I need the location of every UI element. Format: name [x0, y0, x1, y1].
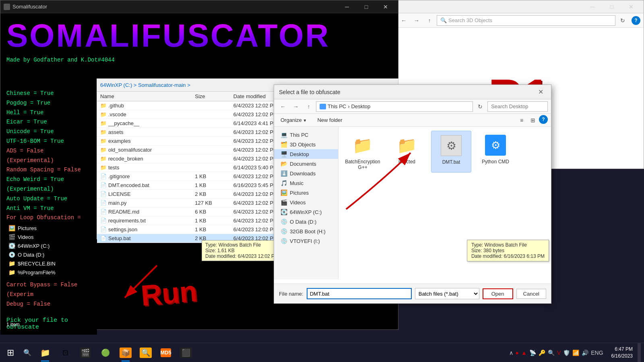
- taskbar-app-task-view[interactable]: ⊡: [56, 343, 75, 362]
- close-button[interactable]: ✕: [376, 0, 395, 13]
- pc-icon: [320, 104, 326, 109]
- new-folder-button[interactable]: New folder: [313, 116, 346, 124]
- config-item: Anti VM = True: [6, 204, 91, 214]
- folder-big-icon: 📁: [395, 133, 419, 157]
- b1-back[interactable]: ←: [398, 15, 409, 26]
- dialog-sidebar-item[interactable]: 📂Documents: [274, 159, 338, 169]
- sidebar-item[interactable]: 🎬Videos: [0, 232, 97, 241]
- sidebar-item[interactable]: 💽64WinXP (C:): [0, 241, 97, 250]
- file-name-cell: 📁.github: [97, 101, 192, 110]
- dialog-sidebar-item[interactable]: 💿32GB Boot (H:): [274, 226, 338, 236]
- start-button[interactable]: ⊞: [0, 343, 21, 362]
- file-name-cell: 📄LICENSE: [97, 190, 192, 199]
- dialog-sidebar-item[interactable]: 💽64WinXP (C:): [274, 207, 338, 217]
- view-list-button[interactable]: ≡: [516, 115, 527, 125]
- taskbar-app-md5[interactable]: MD5: [156, 343, 175, 362]
- config-item: Echo Weird = True (Experimental): [6, 175, 91, 194]
- tray-shield-icon: 🛡️: [563, 350, 570, 356]
- b1-forward[interactable]: →: [411, 15, 422, 26]
- file-name-cell: 📄DMT.encoded.bat: [97, 181, 192, 190]
- cancel-button[interactable]: Cancel: [516, 289, 546, 299]
- b1-refresh[interactable]: ↻: [617, 15, 628, 26]
- md5-icon: MD5: [161, 348, 171, 357]
- dialog-sidebar-item[interactable]: 🎵Music: [274, 178, 338, 188]
- sidebar-item-label: O Data (D:): [18, 252, 44, 258]
- dialog-file-item[interactable]: ⚙ Python CMD: [475, 131, 516, 173]
- file-name-cell: 📄README.md: [97, 208, 192, 216]
- nav-up-button[interactable]: ↑: [303, 101, 314, 112]
- taskbar-app-green[interactable]: 🟢: [96, 343, 115, 362]
- sidebar-item[interactable]: 💿O Data (D:): [0, 250, 97, 259]
- b1-help[interactable]: ?: [632, 16, 640, 25]
- view-buttons: ≡ ⊞ ?: [516, 115, 548, 125]
- dialog-sidebar-item[interactable]: ⬇️Downloads: [274, 169, 338, 178]
- file-size-cell: 1 KB: [192, 181, 230, 190]
- file-size-cell: [192, 101, 230, 110]
- config-item: Pogdog = True: [6, 99, 91, 108]
- filetype-select[interactable]: Batch files (*.bat): [415, 288, 479, 299]
- b1-search-placeholder: Search 3D Objects: [448, 17, 492, 23]
- config-item: Random Spacing = False: [6, 165, 91, 175]
- dialog-file-item[interactable]: ⚙ DMT.bat: [431, 131, 471, 173]
- file-name-cell: 📁assets: [97, 128, 192, 137]
- dialog-footer: File name: Batch files (*.bat) Open Canc…: [274, 284, 551, 303]
- tray-expand[interactable]: ∧: [509, 350, 513, 356]
- sidebar-item-label: Videos: [18, 234, 34, 240]
- view-details-button[interactable]: ⊞: [528, 115, 538, 125]
- sidebar-item[interactable]: 📁%ProgramFile%: [0, 268, 97, 277]
- taskbar-app-terminal[interactable]: ⬛: [176, 343, 196, 362]
- dialog-sidebar-item[interactable]: 🎬Videos: [274, 197, 338, 207]
- search-icon: 🔍: [440, 17, 447, 23]
- config-item: Chinese = True: [6, 89, 91, 99]
- dlg-folder-icon: 💿: [281, 238, 287, 244]
- show-desktop-button[interactable]: [638, 343, 641, 362]
- dialog-sidebar-item[interactable]: 💿VTOYEFI (I:): [274, 236, 338, 246]
- dialog-sidebar-item[interactable]: 🖼️Pictures: [274, 188, 338, 197]
- fm-path: 64WinXP (C:) > Somalifuscator-main >: [100, 82, 190, 88]
- maximize-button[interactable]: □: [357, 0, 376, 13]
- dialog-search-input[interactable]: [487, 101, 548, 112]
- b1-close[interactable]: ✕: [622, 0, 640, 13]
- taskbar-app-video[interactable]: 🎬: [76, 343, 95, 362]
- file-name-cell: 📄main.py: [97, 199, 192, 208]
- sidebar-item[interactable]: 🖼️Pictures: [0, 224, 97, 232]
- file-item-label: infected: [398, 159, 415, 165]
- tray-lang: ENG: [591, 350, 603, 356]
- dlg-folder-icon: 🖼️: [281, 189, 287, 196]
- b1-maximize[interactable]: □: [603, 0, 621, 13]
- tray-icon-2: ▲: [521, 350, 527, 356]
- nav-forward-button[interactable]: →: [290, 101, 301, 112]
- dialog-sidebar-item[interactable]: 💿O Data (D:): [274, 217, 338, 226]
- tooltip-size: Size: 1.61 KB: [205, 248, 279, 253]
- dialog-close-button[interactable]: ✕: [535, 86, 546, 98]
- file-size-cell: [192, 163, 230, 172]
- dlg-sidebar-label: This PC: [290, 132, 308, 138]
- taskbar-app-search2[interactable]: 🔍: [136, 343, 155, 362]
- nav-back-button[interactable]: ←: [277, 101, 289, 112]
- organize-button[interactable]: Organize: [277, 116, 310, 124]
- sidebar-item[interactable]: 📁$RECYCLE.BIN: [0, 259, 97, 268]
- clock[interactable]: 6:47 PM 6/16/2023: [608, 346, 636, 360]
- minimize-button[interactable]: ─: [338, 0, 356, 13]
- filename-input[interactable]: [307, 288, 412, 299]
- dialog-sidebar-item[interactable]: 💻This PC: [274, 130, 338, 140]
- b1-minimize[interactable]: ─: [583, 0, 602, 13]
- taskbar-app-explorer[interactable]: 📁: [35, 343, 55, 362]
- window-title: Somalifuscator: [12, 4, 47, 10]
- file-name-cell: 📁.vscode: [97, 110, 192, 119]
- dlg-folder-icon: 💿: [281, 228, 287, 234]
- dialog-sidebar: 💻This PC🗂️3D Objects🖥️Desktop📂Documents⬇…: [274, 127, 339, 280]
- dlg-folder-icon: 🖥️: [281, 151, 287, 157]
- dialog-sidebar-item[interactable]: 🗂️3D Objects: [274, 140, 338, 149]
- taskbar-search-button[interactable]: 🔍: [21, 343, 34, 362]
- dialog-sidebar-item[interactable]: 🖥️Desktop: [274, 149, 338, 159]
- nav-refresh-button[interactable]: ↻: [475, 101, 486, 112]
- dialog-file-item[interactable]: 📁BatchEncryption G++: [343, 131, 383, 173]
- taskbar-app-orange[interactable]: 📦: [116, 343, 135, 362]
- view-help-button[interactable]: ?: [539, 115, 548, 124]
- dialog-file-item[interactable]: 📁infected: [387, 131, 427, 173]
- dlg-sidebar-label: 3D Objects: [290, 142, 316, 148]
- open-button[interactable]: Open: [483, 288, 513, 299]
- dialog-path-bar: This PC › Desktop: [316, 101, 473, 112]
- b1-up[interactable]: ↑: [424, 15, 435, 26]
